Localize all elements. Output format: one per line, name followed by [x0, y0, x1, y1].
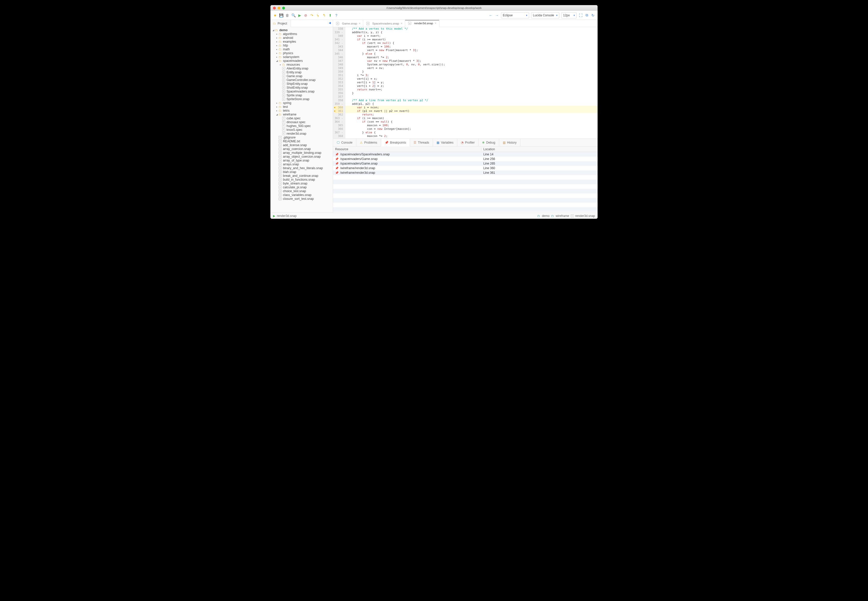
close-icon[interactable]: ×	[401, 22, 402, 25]
tree-item[interactable]: sblah.snap	[270, 170, 333, 174]
stop-icon[interactable]: ⊘	[304, 13, 308, 17]
tree-item[interactable]: ◢🗀spaceinvaders	[270, 59, 333, 63]
code-editor[interactable]: 338339 -340341 -342 -343344345 -34634734…	[333, 27, 598, 139]
expand-icon[interactable]: ⛶	[579, 13, 583, 17]
tree-item[interactable]: sadd_license.snap	[270, 143, 333, 147]
table-row[interactable]: 📌/spaceinvaders/Game.snapLine 265	[333, 161, 598, 166]
tree-item[interactable]: sbuild_in_functions.snap	[270, 178, 333, 182]
table-row[interactable]: 📌/spaceinvaders/SpaceInvaders.snapLine 1…	[333, 152, 598, 157]
tree-item[interactable]: sarray_coercion.snap	[270, 147, 333, 151]
tree-item[interactable]: ▸🗀solarsystem	[270, 55, 333, 59]
tree-item[interactable]: sShipEntity.snap	[270, 82, 333, 85]
bottom-tab-variables[interactable]: ▦Variables	[433, 139, 457, 146]
bottom-tab-threads[interactable]: ☰Threads	[410, 139, 433, 146]
size-select[interactable]: 12px♦	[561, 12, 577, 18]
font-select[interactable]: Lucida Console♦	[531, 12, 559, 18]
tree-item[interactable]: sGameController.snap	[270, 78, 333, 82]
resume-icon[interactable]: ⬆	[328, 13, 332, 17]
table-row[interactable]: 📌/wireframe/render3d.snapLine 361	[333, 171, 598, 175]
search-icon[interactable]: 🔍	[291, 13, 296, 17]
bottom-tab-problems[interactable]: ⚠Problems	[356, 139, 381, 146]
table-row[interactable]	[333, 194, 598, 198]
run-icon[interactable]: ▶	[297, 13, 302, 17]
tree-item[interactable]: schoice_test.snap	[270, 189, 333, 193]
tree-item[interactable]: ≡README.txt	[270, 139, 333, 143]
table-row[interactable]: 📌/spaceinvaders/Game.snapLine 256	[333, 157, 598, 161]
editor-tab[interactable]: sGame.snap×	[333, 20, 363, 27]
tree-item[interactable]: sarray_multiple_binding.snap	[270, 151, 333, 155]
tree-item[interactable]: sSprite.snap	[270, 93, 333, 97]
bottom-tab-console[interactable]: 🖵Console	[333, 139, 356, 146]
tree-item[interactable]: sbinary_and_hex_literals.snap	[270, 166, 333, 170]
tree-item[interactable]: ▸🗀tetris	[270, 108, 333, 113]
tree-item[interactable]: ◢🗀wireframe	[270, 113, 333, 116]
tree-item[interactable]: ▸🗀android	[270, 36, 333, 40]
step-into-icon[interactable]: ↳	[316, 13, 320, 17]
tree-item[interactable]: sclass_variables.snap	[270, 193, 333, 197]
tree-item[interactable]: ≡.gitignore	[270, 136, 333, 139]
tree-item[interactable]: sbyte_stream.snap	[270, 182, 333, 185]
tree-item[interactable]: sarray_of_type.snap	[270, 159, 333, 162]
bottom-tab-breakpoints[interactable]: 📌Breakpoints	[381, 139, 410, 146]
crumb[interactable]: demo	[542, 214, 549, 218]
tree-item[interactable]: sAlienEntity.snap	[270, 66, 333, 70]
table-row[interactable]	[333, 198, 598, 203]
help-icon[interactable]: ?	[334, 13, 339, 17]
tree-item[interactable]: ▸🗀resources	[270, 63, 333, 66]
tree-root[interactable]: ◢🗀demo	[270, 28, 333, 32]
tree-item[interactable]: ▸🗀examples	[270, 40, 333, 43]
col-location[interactable]: Location	[481, 148, 598, 151]
tree-item[interactable]: sEntity.snap	[270, 70, 333, 74]
editor-tab[interactable]: srender3d.snap×	[405, 20, 439, 27]
nav-fwd-icon[interactable]: →	[495, 13, 499, 17]
editor-tab[interactable]: sSpaceInvaders.snap×	[363, 20, 405, 27]
tree-item[interactable]: ▸🗀math	[270, 47, 333, 51]
crumb[interactable]: wireframe	[556, 214, 569, 218]
tree-item[interactable]: ▸🗀physics	[270, 51, 333, 55]
layout-icon[interactable]: ⧉	[585, 13, 589, 17]
delete-icon[interactable]: 🗑	[285, 13, 289, 17]
tree-item[interactable]: sarrays.snap	[270, 162, 333, 166]
close-icon[interactable]: ×	[358, 22, 360, 25]
tree-item[interactable]: sarray_object_coercion.snap	[270, 155, 333, 159]
tree-item[interactable]: scalculate_pi.snap	[270, 185, 333, 189]
close-icon[interactable]: ×	[435, 21, 436, 25]
star-icon[interactable]: ★	[273, 13, 277, 17]
nav-back-icon[interactable]: ←	[489, 13, 493, 17]
tree-item[interactable]: ▸🗀spring	[270, 101, 333, 105]
tree-item[interactable]: sShotEntity.snap	[270, 85, 333, 90]
tree-item[interactable]: sSpaceInvaders.snap	[270, 90, 333, 93]
tree-item[interactable]: sbreak_and_continue.snap	[270, 174, 333, 178]
tree-item[interactable]: ≡knoxS.spec	[270, 128, 333, 131]
tree-item[interactable]: ≡cube.spec	[270, 116, 333, 120]
tree-item[interactable]: ▸🗀http	[270, 43, 333, 47]
code-area[interactable]: /** Add a vertex to this model */ addVer…	[345, 27, 598, 139]
sidebar-collapse-icon[interactable]: ◀	[326, 20, 333, 27]
save-icon[interactable]: 💾	[279, 13, 283, 17]
table-row[interactable]	[333, 189, 598, 194]
gutter[interactable]: 338339 -340341 -342 -343344345 -34634734…	[333, 27, 345, 139]
tree-item[interactable]: ▸🗀algorithms	[270, 32, 333, 36]
table-row[interactable]	[333, 203, 598, 207]
tree-item[interactable]: srender3d.snap	[270, 131, 333, 136]
crumb[interactable]: render3d.snap	[575, 214, 595, 218]
table-row[interactable]	[333, 175, 598, 180]
minimize-icon[interactable]	[278, 7, 281, 9]
tree-item[interactable]: sclosure_sort_test.snap	[270, 197, 333, 201]
refresh-icon[interactable]: ↻	[591, 13, 595, 17]
table-row[interactable]	[333, 180, 598, 184]
tree-item[interactable]: ▸🗀test	[270, 105, 333, 108]
close-icon[interactable]	[273, 7, 276, 9]
table-row[interactable]: 📌/wireframe/render3d.snapLine 360	[333, 166, 598, 171]
tree-item[interactable]: ≡hughes_500.spec	[270, 124, 333, 128]
tree-item[interactable]: ≡dinosaur.spec	[270, 120, 333, 124]
tree-item[interactable]: sGame.snap	[270, 74, 333, 78]
file-tree[interactable]: ◢🗀demo▸🗀algorithms▸🗀android▸🗀examples▸🗀h…	[270, 27, 333, 213]
table-row[interactable]	[333, 184, 598, 189]
bottom-tab-debug[interactable]: ✱Debug	[479, 139, 499, 146]
tree-item[interactable]: sSpriteStore.snap	[270, 97, 333, 101]
step-out-icon[interactable]: ↰	[322, 13, 326, 17]
zoom-icon[interactable]	[282, 7, 285, 9]
col-resource[interactable]: Resource	[333, 148, 481, 151]
bottom-tab-history[interactable]: ▥History	[499, 139, 520, 146]
